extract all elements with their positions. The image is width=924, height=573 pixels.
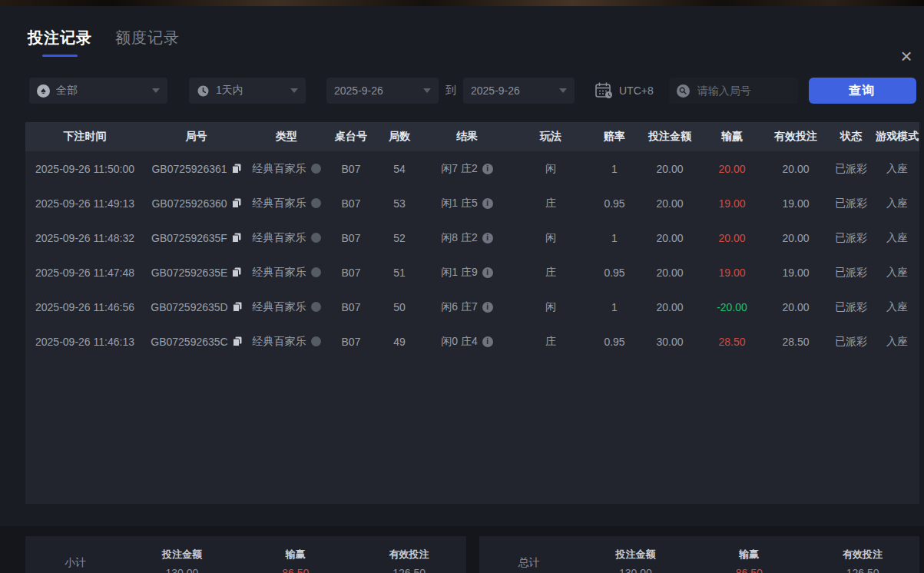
cell-win-loss: 19.00 xyxy=(700,197,764,210)
tab-bet-records-label: 投注记录 xyxy=(28,29,92,46)
cell-game-type: 经典百家乐 xyxy=(248,266,325,280)
cell-table-no: B07 xyxy=(325,197,377,210)
cell-status: 已派彩 xyxy=(827,197,875,210)
cell-table-no: B07 xyxy=(325,301,377,313)
cell-game-id: GB072592635E xyxy=(144,267,248,279)
cell-rounds: 51 xyxy=(377,267,422,279)
copy-icon[interactable] xyxy=(232,233,241,243)
cell-odds: 0.95 xyxy=(589,336,640,348)
cell-bet-time: 2025-09-26 11:46:13 xyxy=(25,336,144,348)
cell-bet-amount: 30.00 xyxy=(640,336,700,348)
header-result: 结果 xyxy=(422,130,512,144)
header-game-mode: 游戏模式 xyxy=(875,130,919,144)
game-type-dropdown[interactable]: ♠ 全部 xyxy=(29,78,167,104)
cell-game-type: 经典百家乐 xyxy=(248,231,325,245)
table-row: 2025-09-26 11:46:56 GB072592635D 经典百家乐 B… xyxy=(25,290,919,324)
subtotal-box: 小计 投注金额 130.00 输赢 86.50 有效投注 126.50 xyxy=(25,536,466,573)
bet-records-modal: × 投注记录 额度记录 ♠ 全部 1天内 2025-9-26 xyxy=(0,28,924,573)
tab-bet-records[interactable]: 投注记录 xyxy=(28,28,92,57)
cell-win-loss: -20.00 xyxy=(700,301,764,313)
cell-odds: 1 xyxy=(589,301,640,313)
total-bet-amount: 投注金额 130.00 xyxy=(579,548,693,573)
summary-section: 小计 投注金额 130.00 输赢 86.50 有效投注 126.50 总计 投… xyxy=(0,526,924,573)
copy-icon[interactable] xyxy=(233,336,242,346)
cell-win-loss: 19.00 xyxy=(700,267,764,279)
cell-win-loss: 28.50 xyxy=(700,336,764,348)
game-type-dot-icon xyxy=(311,267,321,277)
cell-game-type: 经典百家乐 xyxy=(248,162,325,176)
total-win-loss: 输赢 86.50 xyxy=(692,548,806,573)
cell-rounds: 53 xyxy=(377,197,422,210)
header-valid-bet: 有效投注 xyxy=(764,130,827,144)
cell-table-no: B07 xyxy=(325,336,377,348)
cell-game-mode: 入座 xyxy=(875,162,919,176)
spade-icon: ♠ xyxy=(37,84,50,98)
time-range-dropdown[interactable]: 1天内 xyxy=(189,78,306,104)
cell-status: 已派彩 xyxy=(827,231,875,245)
info-icon[interactable] xyxy=(482,302,493,313)
header-rounds: 局数 xyxy=(377,130,422,144)
background-video-strip xyxy=(0,0,924,6)
cell-bet-time: 2025-09-26 11:46:56 xyxy=(25,301,144,313)
cell-status: 已派彩 xyxy=(827,300,875,314)
game-type-value: 全部 xyxy=(56,84,147,98)
cell-rounds: 52 xyxy=(377,232,422,244)
cell-valid-bet: 20.00 xyxy=(764,301,827,313)
cell-play: 庄 xyxy=(512,266,589,280)
cell-game-id: GB0725926360 xyxy=(144,197,248,210)
date-from-picker[interactable]: 2025-9-26 xyxy=(326,78,439,104)
header-table-no: 桌台号 xyxy=(325,130,377,144)
game-type-dot-icon xyxy=(311,302,321,312)
cell-bet-time: 2025-09-26 11:47:48 xyxy=(25,267,144,279)
date-to-picker[interactable]: 2025-9-26 xyxy=(463,78,575,104)
copy-icon[interactable] xyxy=(233,302,242,312)
close-icon[interactable]: × xyxy=(895,45,918,68)
copy-icon[interactable] xyxy=(232,164,241,174)
cell-game-type: 经典百家乐 xyxy=(248,335,325,349)
date-to-value: 2025-9-26 xyxy=(471,84,555,97)
table-row: 2025-09-26 11:50:00 GB0725926361 经典百家乐 B… xyxy=(25,151,919,186)
info-icon[interactable] xyxy=(482,198,493,209)
subtotal-valid-bet: 有效投注 126.50 xyxy=(353,548,466,573)
tab-quota-records[interactable]: 额度记录 xyxy=(115,28,180,48)
cell-result: 闲0 庄4 xyxy=(422,335,512,349)
date-from-value: 2025-9-26 xyxy=(334,84,419,97)
info-icon[interactable] xyxy=(482,267,493,278)
cell-table-no: B07 xyxy=(325,232,377,244)
cell-valid-bet: 19.00 xyxy=(764,267,827,279)
cell-rounds: 50 xyxy=(377,301,422,313)
copy-icon[interactable] xyxy=(232,267,241,277)
info-icon[interactable] xyxy=(482,164,493,174)
total-label: 总计 xyxy=(479,556,579,570)
subtotal-win-loss: 输赢 86.50 xyxy=(239,548,353,573)
cell-game-id: GB072592635D xyxy=(144,301,248,313)
cell-game-mode: 入座 xyxy=(875,231,919,245)
bet-records-table: 下注时间 局号 类型 桌台号 局数 结果 玩法 赔率 投注金额 输赢 有效投注 … xyxy=(25,122,919,504)
round-search-input[interactable] xyxy=(696,84,790,98)
cell-odds: 1 xyxy=(589,163,640,175)
cell-valid-bet: 28.50 xyxy=(764,336,827,348)
info-icon[interactable] xyxy=(482,336,493,347)
info-icon[interactable] xyxy=(482,233,493,243)
cell-game-mode: 入座 xyxy=(875,197,919,210)
cell-game-mode: 入座 xyxy=(875,266,919,280)
timezone-label: UTC+8 xyxy=(619,84,654,97)
game-type-dot-icon xyxy=(311,164,321,174)
cell-bet-time: 2025-09-26 11:50:00 xyxy=(25,163,144,175)
query-button[interactable]: 查询 xyxy=(809,78,916,104)
cell-play: 庄 xyxy=(512,335,589,349)
timezone-indicator: UTC+8 xyxy=(594,82,654,99)
header-bet-time: 下注时间 xyxy=(25,130,144,144)
cell-status: 已派彩 xyxy=(827,335,875,349)
chevron-down-icon xyxy=(152,88,160,93)
search-icon xyxy=(677,84,690,98)
cell-result: 闲1 庄9 xyxy=(422,266,512,280)
cell-win-loss: 20.00 xyxy=(700,232,764,244)
clock-icon xyxy=(197,84,210,98)
header-win-loss: 输赢 xyxy=(700,130,764,144)
cell-game-mode: 入座 xyxy=(875,300,919,314)
copy-icon[interactable] xyxy=(232,198,241,208)
header-odds: 赔率 xyxy=(589,130,640,144)
cell-bet-amount: 20.00 xyxy=(640,232,700,244)
cell-valid-bet: 20.00 xyxy=(764,232,827,244)
